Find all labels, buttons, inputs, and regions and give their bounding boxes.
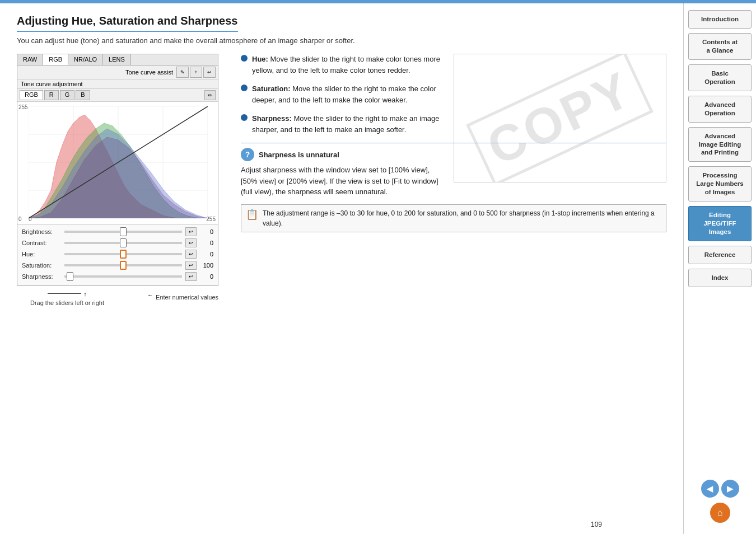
histogram-chart (29, 106, 208, 218)
sidebar-btn-introduction[interactable]: Introduction (688, 10, 752, 29)
sharpness-track[interactable] (64, 275, 182, 278)
hue-value: 0 (197, 251, 213, 257)
qa-header: ? Sharpness is unnatural (241, 148, 442, 161)
bullet-saturation: Saturation: Move the slider to the right… (241, 83, 442, 105)
content-columns: RAW RGB NR/ALO LENS Tone curve assist ✎ … (17, 54, 666, 307)
sharpness-label: Sharpness: (22, 273, 61, 280)
saturation-value: 100 (197, 262, 213, 269)
contrast-track[interactable] (64, 242, 182, 244)
ch-tab-rgb[interactable]: RGB (20, 90, 43, 100)
copy-area: COPY Hue: Move the slider to the right t… (241, 54, 666, 135)
sidebar-btn-reference[interactable]: Reference (688, 246, 752, 264)
hue-label: Hue: (22, 251, 61, 257)
saturation-thumb[interactable] (120, 261, 127, 270)
toolbar-btn-edit[interactable]: ✎ (176, 67, 189, 78)
captions: ↑ Drag the sliders left or right ← Enter… (17, 291, 224, 307)
hue-row: Hue: ↩ 0 (22, 250, 213, 259)
bullet-content-sharpness: Sharpness: Move the slider to the right … (252, 113, 442, 135)
brightness-reset[interactable]: ↩ (185, 227, 197, 236)
qa-title: Sharpness is unnatural (259, 151, 339, 159)
sidebar-btn-basic[interactable]: BasicOperation (688, 64, 752, 91)
saturation-label: Saturation: (22, 262, 61, 269)
sharpness-reset[interactable]: ↩ (185, 272, 197, 281)
tab-raw[interactable]: RAW (17, 54, 43, 65)
copy-watermark-text: COPY (466, 54, 654, 182)
hue-track[interactable] (64, 253, 182, 255)
toolbar-label2: Tone curve adjustment (17, 79, 218, 89)
enter-caption-text: Enter numerical values (156, 294, 218, 301)
drag-caption-text: Drag the sliders left or right (30, 299, 104, 306)
info-icon: 📋 (246, 208, 258, 221)
bullet-content-saturation: Saturation: Move the slider to the right… (252, 83, 442, 105)
brightness-value: 0 (197, 228, 213, 235)
nav-next-button[interactable]: ▶ (721, 480, 739, 498)
sharpness-value: 0 (197, 273, 213, 280)
brightness-row: Brightness: ↩ 0 (22, 227, 213, 236)
brightness-thumb[interactable] (120, 227, 127, 236)
bullet-term-saturation: Saturation: (252, 85, 292, 93)
bullet-sharpness: Sharpness: Move the slider to the right … (241, 113, 442, 135)
sharpness-row: Sharpness: ↩ 0 (22, 272, 213, 281)
toolbar-btn-undo[interactable]: ↩ (203, 67, 216, 78)
toolbar-btn-plus[interactable]: + (190, 67, 202, 78)
nav-home-button[interactable]: ⌂ (710, 503, 730, 523)
page-subtitle: You can adjust hue (tone) and saturation… (17, 36, 666, 45)
bullet-dot-sharpness (241, 114, 248, 121)
enter-caption: ← Enter numerical values (147, 291, 218, 301)
pen-button[interactable]: ✏ (204, 90, 216, 100)
contrast-label: Contrast: (22, 240, 61, 246)
page-number: 109 (591, 521, 602, 528)
nav-icons: ◀ ▶ (684, 474, 756, 500)
graph-y-label: 255 (18, 104, 28, 110)
bullet-term-sharpness: Sharpness: (252, 114, 293, 123)
hue-reset[interactable]: ↩ (185, 250, 197, 259)
tone-toolbar: Tone curve assist ✎ + ↩ (17, 65, 218, 79)
bullet-content-hue: Hue: Move the slider to the right to mak… (252, 54, 442, 76)
tab-lens[interactable]: LENS (103, 54, 131, 65)
q-icon: ? (241, 148, 254, 161)
bullet-term-hue: Hue: (252, 55, 270, 63)
sidebar-btn-advanced[interactable]: AdvancedOperation (688, 96, 752, 123)
ch-tab-b[interactable]: B (76, 90, 90, 100)
ch-tab-g[interactable]: G (60, 90, 75, 100)
sidebar-btn-jpeg-tiff[interactable]: EditingJPEG/TIFFImages (688, 206, 752, 241)
tab-rgb[interactable]: RGB (43, 54, 68, 65)
graph-area: 255 0 255 0 (17, 102, 218, 225)
nav-prev-button[interactable]: ◀ (701, 480, 719, 498)
bullet-dot-hue (241, 55, 248, 62)
page-title: Adjusting Hue, Saturation and Sharpness (17, 15, 238, 32)
contrast-thumb[interactable] (120, 238, 127, 247)
right-column: COPY Hue: Move the slider to the right t… (235, 54, 666, 232)
bullet-hue: Hue: Move the slider to the right to mak… (241, 54, 442, 76)
saturation-track[interactable] (64, 264, 182, 266)
left-column: RAW RGB NR/ALO LENS Tone curve assist ✎ … (17, 54, 224, 307)
brightness-track[interactable] (64, 231, 182, 233)
watermark-box: COPY (454, 54, 666, 182)
sidebar-btn-contents[interactable]: Contents ata Glance (688, 33, 752, 60)
graph-y-zero: 0 (18, 216, 22, 222)
main-content: Adjusting Hue, Saturation and Sharpness … (0, 3, 683, 534)
sidebar-btn-index[interactable]: Index (688, 269, 752, 287)
bullet-desc-hue: Move the slider to the right to make col… (252, 55, 440, 74)
nav-home-container: ⌂ (684, 503, 756, 528)
tab-nralo[interactable]: NR/ALO (68, 54, 103, 65)
contrast-value: 0 (197, 240, 213, 246)
brightness-label: Brightness: (22, 228, 61, 235)
saturation-reset[interactable]: ↩ (185, 261, 197, 270)
info-note: 📋 The adjustment range is –30 to 30 for … (241, 204, 666, 232)
main-layout: Adjusting Hue, Saturation and Sharpness … (0, 3, 756, 534)
bullet-dot-saturation (241, 85, 248, 91)
channel-tabs: RGB R G B ✏ (17, 89, 218, 102)
sidebar: Introduction Contents ata Glance BasicOp… (683, 3, 756, 534)
info-text: The adjustment range is –30 to 30 for hu… (263, 208, 661, 228)
tone-panel: RAW RGB NR/ALO LENS Tone curve assist ✎ … (17, 54, 218, 286)
contrast-reset[interactable]: ↩ (185, 238, 197, 247)
sliders-section: Brightness: ↩ 0 Contrast: (17, 225, 218, 285)
tone-tabs: RAW RGB NR/ALO LENS (17, 54, 218, 65)
hue-thumb[interactable] (120, 250, 127, 259)
sidebar-btn-processing[interactable]: ProcessingLarge Numbersof Images (688, 166, 752, 202)
sidebar-btn-image-editing[interactable]: AdvancedImage Editingand Printing (688, 127, 752, 162)
drag-caption: ↑ Drag the sliders left or right (17, 291, 118, 307)
ch-tab-r[interactable]: R (44, 90, 59, 100)
sharpness-thumb[interactable] (67, 272, 73, 281)
